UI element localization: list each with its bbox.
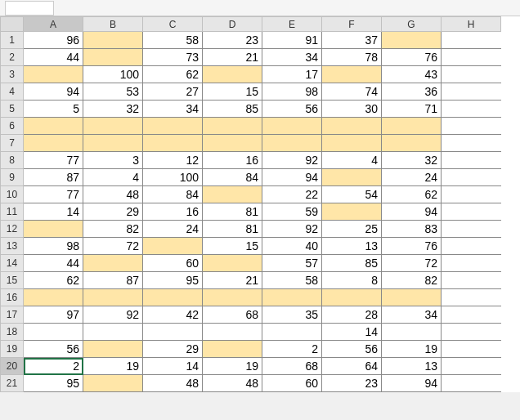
cell-F21[interactable]: 23 <box>322 375 382 392</box>
cell-G18[interactable] <box>382 324 442 341</box>
cell-F16[interactable] <box>322 289 382 306</box>
row-header-6[interactable]: 6 <box>1 118 24 135</box>
cell-C9[interactable]: 100 <box>143 169 203 186</box>
cell-C11[interactable]: 16 <box>143 203 203 221</box>
cell-E14[interactable]: 57 <box>262 255 322 272</box>
cell-D6[interactable] <box>203 118 262 135</box>
cell-E19[interactable]: 2 <box>262 341 322 358</box>
row-header-16[interactable]: 16 <box>1 289 24 306</box>
cell-F12[interactable]: 25 <box>322 221 382 238</box>
cell-D18[interactable] <box>203 324 262 341</box>
cell-D13[interactable]: 15 <box>203 238 262 255</box>
cell-C14[interactable]: 60 <box>143 255 203 272</box>
col-header-B[interactable]: B <box>83 17 143 32</box>
name-box[interactable] <box>5 1 54 16</box>
cell-B16[interactable] <box>83 289 143 306</box>
cell-A5[interactable]: 5 <box>24 101 83 118</box>
cell-D19[interactable] <box>203 341 262 358</box>
cell-B10[interactable]: 48 <box>83 186 143 203</box>
cell-H19[interactable] <box>442 341 501 358</box>
cell-A21[interactable]: 95 <box>24 375 83 392</box>
cell-B17[interactable]: 92 <box>83 306 143 324</box>
cell-F9[interactable] <box>322 169 382 186</box>
cell-G15[interactable]: 82 <box>382 272 442 289</box>
spreadsheet-grid[interactable]: ABCDEFGH 1965823913724473213478763100621… <box>0 16 501 392</box>
cell-H12[interactable] <box>442 221 501 238</box>
cell-B1[interactable] <box>83 32 143 49</box>
cell-E2[interactable]: 34 <box>262 49 322 66</box>
cell-F10[interactable]: 54 <box>322 186 382 203</box>
cell-G1[interactable] <box>382 32 442 49</box>
cell-B6[interactable] <box>83 118 143 135</box>
cell-E18[interactable] <box>262 324 322 341</box>
cell-H13[interactable] <box>442 238 501 255</box>
cell-C19[interactable]: 29 <box>143 341 203 358</box>
cell-F7[interactable] <box>322 135 382 152</box>
cell-H1[interactable] <box>442 32 501 49</box>
cell-H6[interactable] <box>442 118 501 135</box>
cell-D15[interactable]: 21 <box>203 272 262 289</box>
cell-C20[interactable]: 14 <box>143 358 203 375</box>
cell-E13[interactable]: 40 <box>262 238 322 255</box>
cell-G5[interactable]: 71 <box>382 101 442 118</box>
cell-F1[interactable]: 37 <box>322 32 382 49</box>
cell-H21[interactable] <box>442 375 501 392</box>
cell-A15[interactable]: 62 <box>24 272 83 289</box>
cell-B3[interactable]: 100 <box>83 66 143 83</box>
cell-H3[interactable] <box>442 66 501 83</box>
cell-F4[interactable]: 74 <box>322 83 382 101</box>
cell-E21[interactable]: 60 <box>262 375 322 392</box>
cell-C2[interactable]: 73 <box>143 49 203 66</box>
cell-F6[interactable] <box>322 118 382 135</box>
cell-D21[interactable]: 48 <box>203 375 262 392</box>
cell-E6[interactable] <box>262 118 322 135</box>
cell-D5[interactable]: 85 <box>203 101 262 118</box>
cell-A12[interactable] <box>24 221 83 238</box>
cell-D11[interactable]: 81 <box>203 203 262 221</box>
cell-B18[interactable] <box>83 324 143 341</box>
cell-E11[interactable]: 59 <box>262 203 322 221</box>
cell-C5[interactable]: 34 <box>143 101 203 118</box>
cell-B14[interactable] <box>83 255 143 272</box>
cell-G14[interactable]: 72 <box>382 255 442 272</box>
cell-A10[interactable]: 77 <box>24 186 83 203</box>
cell-C17[interactable]: 42 <box>143 306 203 324</box>
row-header-17[interactable]: 17 <box>1 306 24 324</box>
cell-C15[interactable]: 95 <box>143 272 203 289</box>
cell-F8[interactable]: 4 <box>322 152 382 169</box>
cell-D12[interactable]: 81 <box>203 221 262 238</box>
cell-B21[interactable] <box>83 375 143 392</box>
cell-A1[interactable]: 96 <box>24 32 83 49</box>
cell-F2[interactable]: 78 <box>322 49 382 66</box>
cell-H2[interactable] <box>442 49 501 66</box>
cell-H9[interactable] <box>442 169 501 186</box>
cell-G9[interactable]: 24 <box>382 169 442 186</box>
cell-H15[interactable] <box>442 272 501 289</box>
cell-C21[interactable]: 48 <box>143 375 203 392</box>
row-header-15[interactable]: 15 <box>1 272 24 289</box>
cell-C16[interactable] <box>143 289 203 306</box>
cell-A19[interactable]: 56 <box>24 341 83 358</box>
grid-wrapper[interactable]: ABCDEFGH 1965823913724473213478763100621… <box>0 16 520 392</box>
cell-F18[interactable]: 14 <box>322 324 382 341</box>
cell-B2[interactable] <box>83 49 143 66</box>
cell-D10[interactable] <box>203 186 262 203</box>
cell-E20[interactable]: 68 <box>262 358 322 375</box>
cell-C6[interactable] <box>143 118 203 135</box>
row-header-9[interactable]: 9 <box>1 169 24 186</box>
cell-H11[interactable] <box>442 203 501 221</box>
cell-D20[interactable]: 19 <box>203 358 262 375</box>
cell-G16[interactable] <box>382 289 442 306</box>
cell-E17[interactable]: 35 <box>262 306 322 324</box>
cell-G19[interactable]: 19 <box>382 341 442 358</box>
cell-H5[interactable] <box>442 101 501 118</box>
cell-D4[interactable]: 15 <box>203 83 262 101</box>
col-header-C[interactable]: C <box>143 17 203 32</box>
cell-C8[interactable]: 12 <box>143 152 203 169</box>
cell-F14[interactable]: 85 <box>322 255 382 272</box>
row-header-19[interactable]: 19 <box>1 341 24 358</box>
cell-C10[interactable]: 84 <box>143 186 203 203</box>
row-header-14[interactable]: 14 <box>1 255 24 272</box>
cell-A16[interactable] <box>24 289 83 306</box>
cell-B13[interactable]: 72 <box>83 238 143 255</box>
